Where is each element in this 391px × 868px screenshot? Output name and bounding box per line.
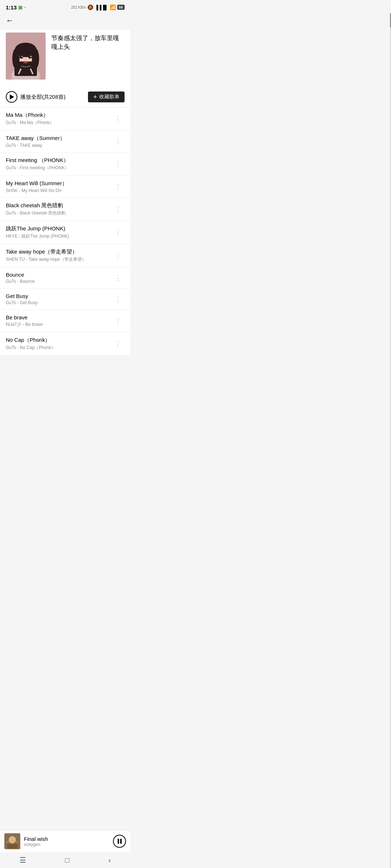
song-item-8[interactable]: Get Busy GuTs - Get Busy ⋮ <box>0 289 130 310</box>
status-right: 252 KB/s 🔕 ▐▐▐▌ 📶 66 <box>71 4 125 10</box>
song-title-3: My Heart Will (Summer） <box>6 180 112 187</box>
song-item-6[interactable]: Take away hope（带走希望） SHEN TU - Take away… <box>0 244 130 267</box>
back-button[interactable]: ← <box>6 16 125 25</box>
song-info-3: My Heart Will (Summer） SHSK - My Heart W… <box>6 180 112 193</box>
song-artist-6: SHEN TU - Take away hope（带走希望） <box>6 256 112 263</box>
svg-point-10 <box>22 56 23 57</box>
collect-button[interactable]: + 收藏歌单 <box>88 92 125 102</box>
song-title-8: Get Busy <box>6 293 112 299</box>
status-icon: ▣ <box>18 5 22 10</box>
song-more-btn-5[interactable]: ⋮ <box>112 227 125 238</box>
song-item-9[interactable]: Be brave NiJaT彡 - Be brave ⋮ <box>0 310 130 332</box>
now-playing-bar: Final wish ooxygen <box>0 830 130 852</box>
scroll-area[interactable]: ← <box>0 13 130 868</box>
song-info-7: Bounce GuTs - Bounce <box>6 272 112 284</box>
song-more-btn-10[interactable]: ⋮ <box>112 339 125 349</box>
cover-image <box>6 33 46 80</box>
song-info-8: Get Busy GuTs - Get Busy <box>6 293 112 305</box>
pause-button[interactable] <box>113 835 126 848</box>
song-artist-7: GuTs - Bounce <box>6 279 112 284</box>
nav-home-icon[interactable]: □ <box>65 856 70 864</box>
song-item-10[interactable]: No Cap（Phonk） GuTs - No Cap（Phonk） ⋮ <box>0 332 130 356</box>
song-title-2: First meeting （PHONK） <box>6 157 112 164</box>
now-playing-cover <box>4 833 20 849</box>
song-title-0: Ma Ma（Phonk） <box>6 112 112 119</box>
svg-rect-16 <box>7 844 17 848</box>
song-info-0: Ma Ma（Phonk） GuTs - Ma Ma（Phonk） <box>6 112 112 126</box>
song-title-7: Bounce <box>6 272 112 278</box>
song-artist-1: GuTs - TAKE away <box>6 143 112 148</box>
song-info-5: 跳跃The Jump (PHONK) HKYE - 跳跃The Jump (PH… <box>6 225 112 239</box>
svg-point-15 <box>9 836 16 843</box>
status-time: 1:13 ▣ ·· <box>6 4 26 10</box>
song-item-1[interactable]: TAKE away（Summer） GuTs - TAKE away ⋮ <box>0 131 130 153</box>
song-more-btn-7[interactable]: ⋮ <box>112 272 125 283</box>
song-artist-8: GuTs - Get Busy <box>6 300 112 305</box>
song-artist-2: GuTs - First meeting（PHONK） <box>6 165 112 171</box>
song-item-4[interactable]: Black cheetah 黑色猎豹 GuTs - Black cheetah … <box>0 198 130 221</box>
wifi-icon: 📶 <box>110 4 116 10</box>
top-nav: ← <box>0 13 130 30</box>
song-artist-4: GuTs - Black cheetah 黑色猎豹 <box>6 210 112 216</box>
action-bar: 播放全部(共208首) + 收藏歌单 <box>0 87 130 107</box>
now-playing-artist: ooxygen <box>24 842 109 847</box>
play-triangle-icon <box>10 94 14 99</box>
song-more-btn-8[interactable]: ⋮ <box>112 294 125 305</box>
song-more-btn-9[interactable]: ⋮ <box>112 316 125 327</box>
song-info-9: Be brave NiJaT彡 - Be brave <box>6 314 112 328</box>
now-playing-info: Final wish ooxygen <box>24 836 109 847</box>
song-more-btn-6[interactable]: ⋮ <box>112 250 125 261</box>
song-title-10: No Cap（Phonk） <box>6 337 112 344</box>
song-item-7[interactable]: Bounce GuTs - Bounce ⋮ <box>0 267 130 289</box>
battery-indicator: 66 <box>117 5 125 10</box>
song-title-1: TAKE away（Summer） <box>6 135 112 142</box>
network-speed: 252 KB/s <box>71 5 86 9</box>
song-artist-9: NiJaT彡 - Be brave <box>6 322 112 328</box>
song-info-2: First meeting （PHONK） GuTs - First meeti… <box>6 157 112 171</box>
signal-icon: ▐▐▐▌ <box>95 5 108 10</box>
song-info-1: TAKE away（Summer） GuTs - TAKE away <box>6 135 112 148</box>
song-artist-3: SHSK - My Heart Will Go On <box>6 188 112 193</box>
song-info-4: Black cheetah 黑色猎豹 GuTs - Black cheetah … <box>6 202 112 216</box>
song-item-5[interactable]: 跳跃The Jump (PHONK) HKYE - 跳跃The Jump (PH… <box>0 221 130 244</box>
playlist-header: 节奏感太强了，放车里嘎嘎上头 <box>0 30 130 87</box>
song-title-6: Take away hope（带走希望） <box>6 248 112 255</box>
song-artist-5: HKYE - 跳跃The Jump (PHONK) <box>6 233 112 239</box>
plus-icon: + <box>93 94 97 100</box>
nav-menu-icon[interactable]: ☰ <box>20 856 26 864</box>
play-all-button[interactable]: 播放全部(共208首) <box>6 91 66 103</box>
collect-label: 收藏歌单 <box>99 94 119 100</box>
song-info-6: Take away hope（带走希望） SHEN TU - Take away… <box>6 248 112 263</box>
now-playing-title: Final wish <box>24 836 109 842</box>
song-item-3[interactable]: My Heart Will (Summer） SHSK - My Heart W… <box>0 176 130 198</box>
song-more-btn-3[interactable]: ⋮ <box>112 181 125 192</box>
svg-point-9 <box>28 56 32 59</box>
song-title-9: Be brave <box>6 314 112 320</box>
song-item-0[interactable]: Ma Ma（Phonk） GuTs - Ma Ma（Phonk） ⋮ <box>0 107 130 131</box>
song-more-btn-0[interactable]: ⋮ <box>112 114 125 124</box>
song-more-btn-4[interactable]: ⋮ <box>112 204 125 215</box>
svg-point-11 <box>30 56 31 57</box>
play-circle-icon <box>6 91 17 103</box>
song-artist-0: GuTs - Ma Ma（Phonk） <box>6 120 112 126</box>
song-list: Ma Ma（Phonk） GuTs - Ma Ma（Phonk） ⋮ TAKE … <box>0 107 130 356</box>
song-more-btn-2[interactable]: ⋮ <box>112 159 125 170</box>
song-more-btn-1[interactable]: ⋮ <box>112 136 125 147</box>
song-info-10: No Cap（Phonk） GuTs - No Cap（Phonk） <box>6 337 112 351</box>
svg-point-8 <box>20 56 23 59</box>
bottom-nav: ☰ □ ‹ <box>0 852 130 868</box>
play-all-label: 播放全部(共208首) <box>20 94 66 101</box>
playlist-cover <box>6 33 46 80</box>
song-artist-10: GuTs - No Cap（Phonk） <box>6 345 112 351</box>
pause-icon <box>118 839 122 844</box>
nav-back-icon[interactable]: ‹ <box>108 856 111 864</box>
playlist-title: 节奏感太强了，放车里嘎嘎上头 <box>51 33 125 51</box>
song-title-4: Black cheetah 黑色猎豹 <box>6 202 112 209</box>
song-item-2[interactable]: First meeting （PHONK） GuTs - First meeti… <box>0 153 130 176</box>
bell-mute-icon: 🔕 <box>87 4 93 10</box>
status-bar: 1:13 ▣ ·· 252 KB/s 🔕 ▐▐▐▌ 📶 66 <box>0 0 130 13</box>
song-title-5: 跳跃The Jump (PHONK) <box>6 225 112 232</box>
